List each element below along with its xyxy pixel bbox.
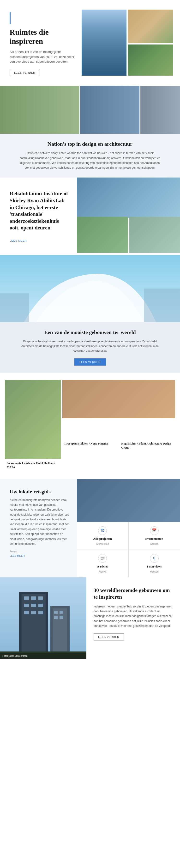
- svg-rect-7: [31, 596, 36, 600]
- svg-rect-1: [0, 293, 29, 322]
- project-card-0[interactable]: Sacromonte Landscape Hotel Shelters / MA…: [5, 380, 61, 472]
- projects-grid: Sacromonte Landscape Hotel Shelters / MA…: [5, 380, 175, 472]
- guide-category-icon-1: 📅: [150, 526, 159, 535]
- svg-rect-6: [24, 596, 29, 600]
- hero-section: Ruimtes die inspireren Als er een lijst …: [0, 0, 180, 86]
- nations-description: Uitstekend ontwerp daagt echte waarde to…: [18, 151, 162, 170]
- guide-category-sub-3: Mensen: [150, 570, 159, 573]
- guide-category-3[interactable]: 🎙 I nterviews Mensen: [129, 550, 180, 577]
- nations-image-3: [140, 86, 180, 134]
- guide-title: Uw lokale reisgids: [9, 489, 70, 495]
- rehab-image-left: [77, 217, 128, 253]
- nations-text-block: Nation's top in design en architectuur U…: [0, 134, 180, 178]
- nations-section: Nation's top in design en architectuur U…: [0, 86, 180, 178]
- beautiful-description: Dit gebouw bestaat uit een reeks overlap…: [20, 339, 160, 353]
- rehab-text-block: Rehabilitation Institute of Shirley Ryan…: [0, 178, 77, 255]
- rehab-image-right: [129, 217, 180, 253]
- svg-rect-2: [144, 288, 180, 322]
- hero-read-more-button[interactable]: LEES VERDER: [9, 69, 40, 76]
- beautiful-title: Een van de mooiste gebouwen ter wereld: [9, 329, 171, 335]
- hero-text-block: Ruimtes die inspireren Als er een lijst …: [9, 9, 77, 76]
- beautiful-read-more-button[interactable]: LEES VERDER: [74, 359, 106, 366]
- svg-rect-9: [24, 603, 29, 607]
- guide-description: Kleine en middelgrote bedrijven hebben v…: [9, 498, 70, 547]
- guide-categories: 🏗 Alle projecten Architectuur 📅 Evenemen…: [77, 522, 180, 577]
- guide-category-sub-0: Architectuur: [96, 542, 109, 545]
- svg-rect-11: [38, 603, 43, 607]
- project-image-top-right: [62, 380, 175, 418]
- nations-images: [0, 86, 180, 134]
- guide-category-sub-2: Nieuws: [99, 570, 107, 573]
- guide-main-image: [77, 479, 180, 522]
- projects-section: Sacromonte Landscape Hotel Shelters / MA…: [0, 373, 180, 479]
- nations-image-1: [0, 86, 79, 134]
- guide-section: Uw lokale reisgids Kleine en middelgrote…: [0, 479, 180, 577]
- guide-category-1[interactable]: 📅 Evenementen Agenda: [129, 522, 180, 550]
- project-label-1: Twee spruitstukken / Nuno Pimenta: [62, 439, 118, 448]
- rehab-images: [77, 178, 180, 255]
- rehab-section: Rehabilitation Institute of Shirley Ryan…: [0, 178, 180, 255]
- guide-category-icon-2: 📰: [98, 554, 107, 563]
- guide-category-sub-1: Agenda: [150, 542, 158, 545]
- thirty-description: Iedereen met een creatief bak zo zijn li…: [94, 604, 173, 628]
- thirty-text-block: 30 wereldberoemde gebouwen om te inspire…: [86, 577, 180, 659]
- guide-text-block: Uw lokale reisgids Kleine en middelgrote…: [0, 479, 77, 577]
- svg-rect-18: [59, 611, 63, 614]
- blue-accent-bar: [9, 12, 10, 24]
- guide-category-title-2: A rticles: [97, 565, 108, 568]
- svg-rect-19: [54, 616, 58, 619]
- project-card-top-right: [62, 380, 175, 438]
- beautiful-main-image: [0, 255, 180, 322]
- guide-category-icon-3: 🎙: [150, 554, 159, 563]
- thirty-section: Fotografie: Schulergrau 30 wereldberoemd…: [0, 577, 180, 659]
- svg-rect-13: [31, 611, 36, 614]
- beautiful-section: Een van de mooiste gebouwen ter wereld D…: [0, 255, 180, 373]
- rehab-read-more-link[interactable]: LEES MEER: [9, 239, 70, 242]
- guide-category-icon-0: 🏗: [98, 526, 107, 535]
- svg-rect-5: [22, 594, 46, 656]
- svg-rect-20: [59, 616, 63, 619]
- svg-rect-12: [24, 611, 29, 614]
- svg-rect-16: [53, 609, 67, 656]
- project-label-0: Sacromonte Landscape Hotel Shelters / MA…: [5, 459, 61, 472]
- guide-read-more-link[interactable]: LEES MEER: [9, 554, 25, 557]
- guide-right-panel: 🏗 Alle projecten Architectuur 📅 Evenemen…: [77, 479, 180, 577]
- thirty-read-more-button[interactable]: LEES VERDER: [94, 633, 124, 641]
- hero-image-tower: [82, 9, 127, 75]
- svg-rect-8: [38, 596, 43, 600]
- thirty-building-image: Fotografie: Schulergrau: [0, 577, 86, 659]
- project-image-0: [5, 380, 61, 459]
- hero-title: Ruimtes die inspireren: [9, 28, 77, 46]
- hero-image-landscape: [128, 9, 173, 43]
- project-card-2[interactable]: Hug & Link / Edam Architecture Design Gr…: [119, 439, 175, 472]
- guide-category-2[interactable]: 📰 A rticles Nieuws: [77, 550, 128, 577]
- hero-image-hills: [128, 44, 173, 75]
- thirty-photo-credit: Fotografie: Schulergrau: [0, 653, 86, 659]
- rehab-title: Rehabilitation Institute of Shirley Ryan…: [9, 190, 70, 231]
- guide-category-title-0: Alle projecten: [93, 537, 112, 541]
- guide-category-title-1: Evenementen: [145, 537, 163, 541]
- project-card-1[interactable]: Twee spruitstukken / Nuno Pimenta: [62, 439, 118, 472]
- guide-category-0[interactable]: 🏗 Alle projecten Architectuur: [77, 522, 128, 550]
- svg-rect-14: [38, 611, 43, 614]
- nations-image-2: [80, 86, 139, 134]
- hero-description: Als er een lijst is van de belangrijkste…: [9, 50, 77, 64]
- guide-category-title-3: I nterviews: [147, 565, 162, 568]
- beautiful-text-block: Een van de mooiste gebouwen ter wereld D…: [0, 322, 180, 373]
- rehab-image-main: [77, 178, 180, 218]
- hero-images: [82, 9, 173, 75]
- project-label-2: Hug & Link / Edam Architecture Design Gr…: [119, 439, 175, 452]
- svg-rect-17: [54, 611, 58, 614]
- nations-title: Nation's top in design en architectuur: [9, 141, 171, 147]
- svg-rect-10: [31, 603, 36, 607]
- guide-foto-label: Foto's: [9, 550, 17, 553]
- thirty-title: 30 wereldberoemde gebouwen om te inspire…: [94, 587, 173, 600]
